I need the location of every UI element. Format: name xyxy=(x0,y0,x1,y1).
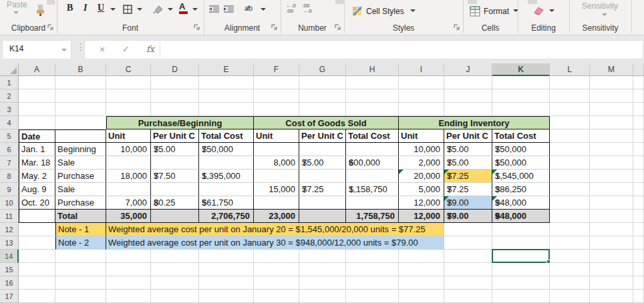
cell-A11[interactable] xyxy=(19,210,55,223)
increase-indent-icon[interactable] xyxy=(224,5,234,13)
name-box-dropdown-arrow[interactable] xyxy=(61,49,67,51)
cell-G7[interactable]: $75.00 xyxy=(299,156,346,170)
cell-H5[interactable]: Total Cost xyxy=(346,129,399,143)
cell-E5[interactable]: Total Cost xyxy=(199,129,254,143)
clipboard-dialog-launcher-icon[interactable] xyxy=(47,24,54,31)
cell-E10[interactable]: $561,750 xyxy=(199,196,254,210)
fill-color-icon[interactable] xyxy=(152,4,164,15)
cell-C13-I13[interactable]: Weighted average cost per unit on Januar… xyxy=(106,236,444,250)
cell-H6[interactable] xyxy=(346,143,399,156)
cell-J10[interactable]: $79.00 xyxy=(444,196,492,210)
cell-I6[interactable]: 10,000 xyxy=(399,143,444,156)
row-header-8[interactable]: 8 xyxy=(0,170,19,183)
styles-dialog-launcher-icon[interactable] xyxy=(454,24,460,31)
cell-F4-H4[interactable]: Cost of Goods Sold xyxy=(254,116,399,129)
cell-I11[interactable]: 12,000 xyxy=(399,210,444,223)
cell-J5[interactable]: Per Unit C xyxy=(444,129,492,143)
row-header-6[interactable]: 6 xyxy=(0,143,19,156)
cell-F5[interactable]: Unit xyxy=(254,129,299,143)
row-header-4[interactable]: 4 xyxy=(0,116,19,129)
cell-D6[interactable]: $75.00 xyxy=(151,143,199,156)
column-header-B[interactable]: B xyxy=(55,63,106,76)
cell-H10[interactable] xyxy=(346,196,399,210)
sensitivity-button[interactable]: Sensitivity xyxy=(582,1,618,11)
decrease-indent-icon[interactable] xyxy=(209,5,220,13)
cell-C6[interactable]: 10,000 xyxy=(106,143,151,156)
column-header-K[interactable]: K xyxy=(492,63,550,76)
cell-A7[interactable]: Mar. 18 xyxy=(19,156,55,170)
cell-K6[interactable]: $750,000 xyxy=(492,143,550,156)
cell-styles-dropdown-arrow[interactable] xyxy=(410,9,416,12)
cell-I8[interactable]: 20,000 xyxy=(399,170,444,183)
cell-K10[interactable]: $948,000 xyxy=(492,196,550,210)
cell-K7[interactable]: $150,000 xyxy=(492,156,550,170)
cell-C7[interactable] xyxy=(106,156,151,170)
cell-K9[interactable]: $386,250 xyxy=(492,183,550,196)
cell-B9[interactable]: Sale xyxy=(55,183,106,196)
row-header-3[interactable]: 3 xyxy=(0,103,19,116)
row-header-9[interactable]: 9 xyxy=(0,183,19,196)
format-painter-icon[interactable] xyxy=(33,4,45,17)
column-header-M[interactable]: M xyxy=(590,63,633,76)
cell-B5[interactable] xyxy=(55,129,106,143)
cell-C10[interactable]: 7,000 xyxy=(106,196,151,210)
column-header-F[interactable]: F xyxy=(254,63,299,76)
cell-H7[interactable]: $600,000 xyxy=(346,156,399,170)
format-icon[interactable] xyxy=(470,6,480,17)
paste-dropdown-arrow[interactable] xyxy=(13,11,19,14)
clear-eraser-icon[interactable] xyxy=(531,6,544,15)
alignment-dialog-launcher-icon[interactable] xyxy=(271,24,278,31)
cell-D8[interactable]: $77.50 xyxy=(151,170,199,183)
cell-D11[interactable] xyxy=(151,210,199,223)
cell-A8[interactable]: May. 2 xyxy=(19,170,55,183)
clear-dropdown-arrow[interactable] xyxy=(549,9,554,12)
name-box[interactable]: K14 xyxy=(2,40,71,59)
row-header-14[interactable]: 14 xyxy=(0,250,19,263)
column-header-partial[interactable] xyxy=(633,63,644,76)
worksheet-grid[interactable]: ABCDEFGHIJKLM1234567891011121314151617Pu… xyxy=(0,63,644,303)
cell-F7[interactable]: 8,000 xyxy=(254,156,299,170)
cell-C11[interactable]: 35,000 xyxy=(106,210,151,223)
cell-E8[interactable]: $1,395,000 xyxy=(199,170,254,183)
cell-D7[interactable] xyxy=(151,156,199,170)
cell-G11[interactable] xyxy=(299,210,346,223)
cell-I10[interactable]: 12,000 xyxy=(399,196,444,210)
cell-I7[interactable]: 2,000 xyxy=(399,156,444,170)
column-header-D[interactable]: D xyxy=(151,63,199,76)
row-header-17[interactable]: 17 xyxy=(0,290,19,303)
cell-B7[interactable]: Sale xyxy=(55,156,106,170)
borders-icon[interactable] xyxy=(123,5,133,15)
cell-G5[interactable]: Per Unit C xyxy=(299,129,346,143)
cell-I5[interactable]: Unit xyxy=(399,129,444,143)
column-header-G[interactable]: G xyxy=(299,63,346,76)
row-header-16[interactable]: 16 xyxy=(0,276,19,290)
cell-I4-K4[interactable]: Ending Inventory xyxy=(399,116,550,129)
cell-I9[interactable]: 5,000 xyxy=(399,183,444,196)
underline-button[interactable]: U xyxy=(98,3,104,13)
cell-K8[interactable]: $1,545,000 xyxy=(492,170,550,183)
cell-C12-I12[interactable]: Weighted average cost per unit on Januar… xyxy=(106,223,444,236)
cell-G8[interactable] xyxy=(299,170,346,183)
cell-H11[interactable]: 1,758,750 xyxy=(346,210,399,223)
cell-D9[interactable] xyxy=(151,183,199,196)
row-header-1[interactable]: 1 xyxy=(0,76,19,89)
row-header-13[interactable]: 13 xyxy=(0,236,19,250)
row-header-11[interactable]: 11 xyxy=(0,210,19,223)
cell-J7[interactable]: $75.00 xyxy=(444,156,492,170)
cell-B13[interactable]: Note - 2 xyxy=(55,236,106,250)
cell-J11[interactable]: $79.00 xyxy=(444,210,492,223)
select-all-button[interactable] xyxy=(0,63,19,76)
column-header-A[interactable]: A xyxy=(19,63,55,76)
cell-E11[interactable]: 2,706,750 xyxy=(199,210,254,223)
cell-G9[interactable]: $77.25 xyxy=(299,183,346,196)
orientation-dropdown-arrow[interactable] xyxy=(261,8,266,11)
cell-G10[interactable] xyxy=(299,196,346,210)
cell-B6[interactable]: Beginning xyxy=(55,143,106,156)
cell-B8[interactable]: Purchase xyxy=(55,170,106,183)
cell-J8[interactable]: $77.25 xyxy=(444,170,492,183)
underline-dropdown-arrow[interactable] xyxy=(110,8,116,11)
cell-D10[interactable]: $80.25 xyxy=(151,196,199,210)
column-header-H[interactable]: H xyxy=(346,63,399,76)
bold-button[interactable]: B xyxy=(67,3,73,13)
format-button[interactable]: Format xyxy=(484,7,509,16)
